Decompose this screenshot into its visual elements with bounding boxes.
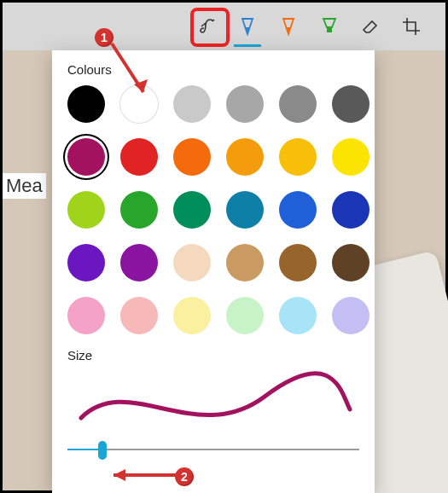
callout-2: 2 [175, 467, 194, 486]
colour-swatch[interactable] [67, 191, 105, 229]
colour-swatch-grid [67, 85, 359, 334]
annotation-highlight-box [190, 8, 230, 47]
highlighter-tool[interactable] [314, 11, 345, 42]
colour-swatch[interactable] [332, 138, 369, 176]
bg-text: Mea [3, 173, 46, 199]
colour-swatch[interactable] [279, 191, 317, 229]
colours-heading: Colours [67, 62, 359, 77]
slider-track [67, 449, 359, 450]
crop-tool[interactable] [396, 11, 427, 42]
colour-swatch[interactable] [173, 191, 211, 229]
size-slider[interactable] [67, 438, 359, 463]
crop-icon [401, 16, 422, 37]
colour-swatch[interactable] [120, 85, 158, 123]
colour-swatch[interactable] [332, 244, 369, 281]
colour-swatch[interactable] [279, 297, 317, 334]
eraser-icon [360, 16, 381, 37]
pen-icon [237, 16, 258, 37]
colour-swatch[interactable] [173, 85, 211, 123]
size-heading: Size [67, 348, 359, 362]
colour-swatch[interactable] [120, 244, 158, 281]
colour-swatch[interactable] [173, 244, 211, 281]
colour-swatch[interactable] [173, 138, 211, 176]
colour-swatch[interactable] [173, 297, 211, 334]
colour-swatch[interactable] [332, 297, 369, 334]
colour-swatch[interactable] [279, 138, 317, 176]
pen-popup: Colours Size [52, 50, 375, 493]
app-frame: Mea EL Colours Size [0, 0, 448, 493]
callout-1: 1 [95, 28, 113, 47]
colour-swatch[interactable] [226, 138, 264, 176]
colour-swatch[interactable] [226, 85, 264, 123]
colour-swatch[interactable] [120, 297, 158, 334]
colour-swatch[interactable] [279, 85, 317, 123]
slider-fill [67, 449, 102, 450]
colour-swatch[interactable] [226, 297, 264, 334]
slider-thumb[interactable] [98, 441, 107, 460]
eraser-tool[interactable] [355, 11, 386, 42]
colour-swatch[interactable] [67, 138, 105, 176]
pen-orange-tool[interactable] [273, 11, 304, 42]
colour-swatch[interactable] [120, 138, 158, 176]
colour-swatch[interactable] [67, 297, 105, 334]
stroke-preview [67, 371, 359, 431]
pen-orange-icon [278, 16, 299, 37]
colour-swatch[interactable] [67, 244, 105, 281]
colour-swatch[interactable] [120, 191, 158, 229]
pen-tool[interactable] [232, 11, 263, 42]
colour-swatch[interactable] [332, 85, 369, 123]
highlighter-icon [319, 16, 340, 37]
colour-swatch[interactable] [332, 191, 369, 229]
colour-swatch[interactable] [67, 85, 105, 123]
colour-swatch[interactable] [279, 244, 317, 281]
colour-swatch[interactable] [226, 244, 264, 281]
colour-swatch[interactable] [226, 191, 264, 229]
